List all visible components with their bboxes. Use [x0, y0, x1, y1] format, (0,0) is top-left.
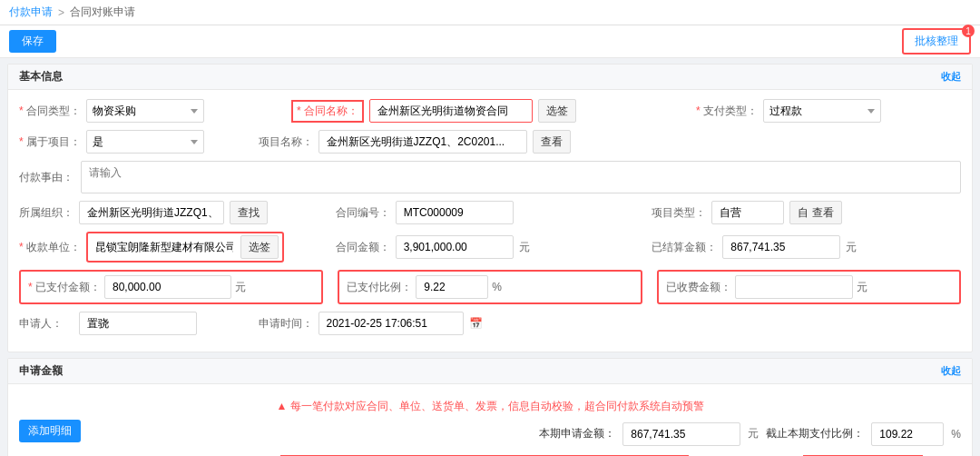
amount-title: 申请金额 — [19, 363, 63, 379]
payment-type-item: 支付类型： 过程款 — [696, 99, 961, 123]
received-highlight: 已收费金额： 元 — [657, 270, 961, 304]
contract-no-input[interactable] — [396, 201, 514, 224]
notice-text: 每一笔付款对应合同、单位、送货单、发票，信息自动校验，超合同付款系统自动预警 — [290, 400, 704, 412]
settled-label: 已结算金额： — [652, 240, 717, 255]
process-button[interactable]: 批核整理 1 — [902, 28, 971, 55]
paid-ratio-label: 已支付比例： — [347, 280, 412, 295]
project-belongs-label: 属于项目： — [19, 134, 81, 150]
unit7: % — [951, 428, 961, 441]
form-row-2: 属于项目： 是 项目名称： 查看 — [19, 130, 961, 154]
period-amount-label: 本期申请金额： — [539, 426, 615, 441]
org-item: 所属组织： 查找 — [19, 201, 328, 224]
payment-type-select[interactable]: 过程款 — [763, 99, 881, 123]
reason-label: 付款事由： — [19, 170, 74, 185]
settled-input[interactable] — [722, 235, 840, 259]
contract-amount-input[interactable] — [396, 235, 514, 259]
toolbar-left: 保存 — [9, 30, 56, 53]
add-row-button[interactable]: 添加明细 — [19, 420, 81, 442]
applicant-label: 申请人： — [19, 316, 74, 332]
contract-name-input[interactable] — [369, 99, 533, 123]
contract-amount-label: 合同金额： — [336, 240, 390, 255]
basic-info-collapse[interactable]: 收起 — [941, 70, 961, 84]
apply-time-item: 申请时间： 📅 — [259, 312, 722, 335]
period-total-area: 本期申请金额： 元 截止本期支付比例： % — [338, 422, 961, 446]
org-label: 所属组织： — [19, 205, 74, 221]
paid-ratio-highlight: 已支付比例： % — [338, 270, 642, 304]
apply-time-label: 申请时间： — [259, 316, 313, 332]
unit3: 元 — [235, 280, 246, 295]
form-row-7: 申请人： 申请时间： 📅 — [19, 312, 961, 335]
unit4: % — [492, 281, 502, 293]
period-amount-input[interactable] — [622, 422, 740, 446]
process-label: 批核整理 — [915, 35, 958, 47]
nav-current: 合同对账申请 — [70, 5, 135, 20]
form-row-1: 合同类型： 物资采购 合同名称： 选签 支付类型： 过程款 — [19, 99, 961, 123]
paid-label: 已支付金额： — [28, 280, 101, 295]
form-row-4: 所属组织： 查找 合同编号： 项目类型： 自 查看 — [19, 201, 961, 224]
payment-type-label: 支付类型： — [696, 104, 758, 119]
unit2: 元 — [846, 240, 857, 255]
nav-link-payment[interactable]: 付款申请 — [9, 5, 53, 20]
contract-type-select[interactable]: 物资采购 — [86, 99, 204, 123]
contract-name-item: 合同名称： 选签 — [291, 99, 689, 123]
contract-no-item: 合同编号： — [336, 201, 645, 224]
add-row-area: 添加明细 — [19, 420, 330, 448]
payee-label: 收款单位： — [19, 240, 81, 255]
payee-input[interactable] — [92, 237, 237, 257]
amount-summary-row: 添加明细 本期申请金额： 元 截止本期支付比例： % — [19, 420, 961, 448]
project-name-input[interactable] — [318, 130, 527, 154]
reason-textarea[interactable] — [81, 161, 961, 193]
project-belongs-select[interactable]: 是 — [86, 130, 204, 154]
project-type-item: 项目类型： 自 查看 — [652, 201, 961, 224]
basic-info-header: 基本信息 收起 — [8, 64, 972, 90]
project-type-label: 项目类型： — [652, 205, 706, 221]
amount-collapse[interactable]: 收起 — [941, 364, 961, 378]
unit5: 元 — [857, 280, 867, 295]
received-input[interactable] — [735, 275, 853, 299]
contract-type-item: 合同类型： 物资采购 — [19, 99, 284, 123]
project-name-btn[interactable]: 查看 — [533, 130, 571, 154]
project-name-item: 项目名称： 查看 — [259, 130, 722, 154]
contract-name-select-btn[interactable]: 选签 — [538, 99, 576, 123]
basic-info-section: 基本信息 收起 合同类型： 物资采购 合同名称： 选签 支付类型： — [7, 64, 973, 352]
paid-ratio-input[interactable] — [416, 275, 488, 299]
org-input[interactable] — [79, 201, 224, 224]
unit6: 元 — [748, 426, 759, 441]
project-type-input[interactable] — [711, 201, 784, 224]
paid-amount-highlight: 已支付金额： 元 — [19, 270, 323, 304]
form-row-3: 付款事由： — [19, 161, 961, 193]
contract-type-label: 合同类型： — [19, 104, 81, 119]
amount-notice: ▲ 每一笔付款对应合同、单位、送货单、发票，信息自动校验，超合同付款系统自动预警 — [19, 393, 961, 420]
apply-time-input[interactable] — [318, 312, 464, 335]
breadcrumb: 付款申请 > 合同对账申请 — [0, 0, 980, 25]
calendar-icon[interactable]: 📅 — [469, 317, 483, 330]
amount-body: ▲ 每一笔付款对应合同、单位、送货单、发票，信息自动校验，超合同付款系统自动预警… — [8, 384, 972, 456]
form-row-6: 已支付金额： 元 已支付比例： % 已收费金额： 元 — [19, 270, 961, 304]
paid-input[interactable] — [104, 275, 231, 299]
amount-section: 申请金额 收起 ▲ 每一笔付款对应合同、单位、送货单、发票，信息自动校验，超合同… — [7, 358, 973, 456]
page-container: 付款申请 > 合同对账申请 保存 批核整理 1 基本信息 收起 合同类型： 物资… — [0, 0, 980, 456]
toolbar: 保存 批核整理 1 — [0, 25, 980, 58]
cut-ratio-input[interactable] — [871, 422, 944, 446]
project-belongs-item: 属于项目： 是 — [19, 130, 251, 154]
breadcrumb-separator: > — [58, 6, 64, 19]
received-label: 已收费金额： — [666, 280, 731, 295]
applicant-item: 申请人： — [19, 312, 251, 335]
save-button[interactable]: 保存 — [9, 30, 56, 53]
form-row-5: 收款单位： 选签 合同金额： 元 已结算金额： 元 — [19, 232, 961, 263]
payee-btn[interactable]: 选签 — [240, 235, 279, 259]
contract-amount-item: 合同金额： 元 — [336, 235, 645, 259]
contract-no-label: 合同编号： — [336, 205, 390, 221]
settled-item: 已结算金额： 元 — [652, 235, 961, 259]
project-name-label: 项目名称： — [259, 134, 313, 150]
process-badge: 1 — [962, 25, 975, 37]
applicant-input[interactable] — [79, 312, 197, 335]
cut-ratio-label: 截止本期支付比例： — [766, 426, 864, 441]
amount-header: 申请金额 收起 — [8, 359, 972, 384]
payee-item: 收款单位： 选签 — [19, 232, 328, 263]
unit1: 元 — [519, 240, 530, 255]
project-type-btn[interactable]: 自 查看 — [789, 201, 841, 224]
org-btn[interactable]: 查找 — [230, 201, 268, 224]
basic-info-body: 合同类型： 物资采购 合同名称： 选签 支付类型： 过程款 — [8, 90, 972, 352]
contract-name-label: 合同名称： — [291, 100, 364, 123]
